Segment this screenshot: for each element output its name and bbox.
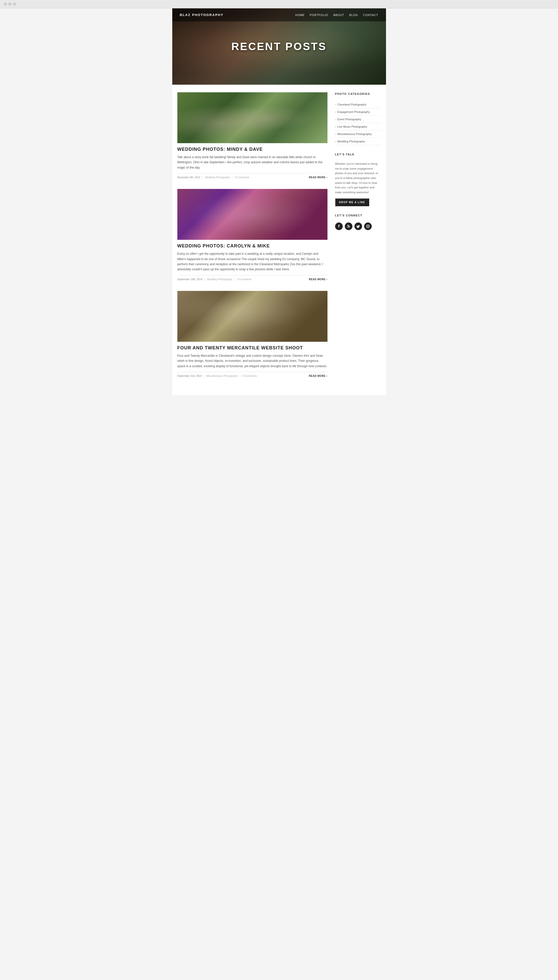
site-nav: HOME PORTFOLIO ABOUT BLOG CONTACT	[295, 13, 378, 16]
post-item-3: FOUR AND TWENTY MERCANTILE WEBSITE SHOOT…	[177, 291, 327, 377]
post-date-3: September 2nd, 2014	[177, 375, 202, 377]
post-date-1: November 6th, 2014	[177, 176, 200, 179]
post-excerpt-1: Talk about a story book fall wedding! Mi…	[177, 155, 327, 170]
nav-about[interactable]: ABOUT	[333, 13, 344, 16]
post-image-3	[177, 291, 327, 342]
read-more-2[interactable]: READ MORE	[309, 278, 327, 281]
category-label-3: Live Music Photography	[337, 125, 367, 128]
post-excerpt-3: Four and Twenty Mercantile is Cleveland'…	[177, 353, 327, 369]
category-label-2: Event Photography	[337, 118, 361, 121]
instagram-icon[interactable]	[364, 223, 372, 230]
post-meta-1: November 6th, 2014 | Wedding Photography…	[177, 173, 327, 179]
page-wrapper: BLAZ PHOTOGRAPHY HOME PORTFOLIO ABOUT BL…	[172, 8, 386, 395]
hero-section: BLAZ PHOTOGRAPHY HOME PORTFOLIO ABOUT BL…	[172, 8, 386, 85]
svg-point-0	[347, 227, 348, 227]
sidebar-item-event[interactable]: › Event Photography	[335, 116, 381, 123]
svg-point-3	[368, 225, 369, 226]
sidebar-lets-talk-text: Whether you're interested in hiring me t…	[335, 162, 381, 195]
post-comments-1: 0 Comments	[235, 176, 249, 179]
hero-title: RECENT POSTS	[231, 41, 327, 52]
chevron-icon-1: ›	[335, 111, 336, 113]
browser-dot-yellow	[8, 3, 11, 6]
content-area: WEDDING PHOTOS: MINDY & DAVE Talk about …	[172, 85, 386, 395]
social-icons	[335, 223, 381, 230]
post-excerpt-2: Every so often I get the opportunity to …	[177, 251, 327, 272]
browser-dot-red	[4, 3, 7, 6]
post-meta-2: September 15th, 2014 | Wedding Photograp…	[177, 275, 327, 281]
post-comments-2: 0 Comments	[237, 278, 251, 281]
post-meta-left-1: November 6th, 2014 | Wedding Photography…	[177, 176, 249, 179]
main-column: WEDDING PHOTOS: MINDY & DAVE Talk about …	[177, 92, 327, 388]
read-more-1[interactable]: READ MORE	[309, 176, 327, 179]
chevron-icon-2: ›	[335, 118, 336, 121]
post-title-3: FOUR AND TWENTY MERCANTILE WEBSITE SHOOT	[177, 345, 327, 351]
nav-portfolio[interactable]: PORTFOLIO	[310, 13, 328, 16]
sidebar-item-cleveland[interactable]: › Cleveland Photography	[335, 101, 381, 108]
sidebar: PHOTO CATEGORIES › Cleveland Photography…	[335, 92, 381, 388]
post-title-2: WEDDING PHOTOS: CAROLYN & MIKE	[177, 243, 327, 249]
sidebar-item-engagement[interactable]: › Engagement Photography	[335, 108, 381, 116]
nav-home[interactable]: HOME	[295, 13, 305, 16]
post-image-1	[177, 92, 327, 143]
sidebar-lets-connect-section: LET'S CONNECT	[335, 214, 381, 230]
category-label-4: Miscellaneous Photography	[337, 133, 372, 136]
svg-point-2	[367, 226, 368, 227]
post-category-2: Wedding Photography	[207, 278, 232, 281]
rss-icon[interactable]	[345, 223, 353, 230]
sidebar-categories-section: PHOTO CATEGORIES › Cleveland Photography…	[335, 92, 381, 145]
category-label-1: Engagement Photography	[337, 110, 370, 113]
chevron-icon-0: ›	[335, 103, 336, 106]
facebook-icon[interactable]	[335, 223, 343, 230]
post-meta-3: September 2nd, 2014 | Miscellaneous Phot…	[177, 372, 327, 377]
post-meta-left-2: September 15th, 2014 | Wedding Photograp…	[177, 278, 252, 281]
browser-dot-green	[13, 3, 16, 6]
post-category-3: Miscellaneous Photography	[206, 375, 238, 377]
post-meta-left-3: September 2nd, 2014 | Miscellaneous Phot…	[177, 375, 257, 377]
post-item-2: WEDDING PHOTOS: CAROLYN & MIKE Every so …	[177, 189, 327, 281]
post-date-2: September 15th, 2014	[177, 278, 202, 281]
chevron-icon-3: ›	[335, 125, 336, 128]
site-header: BLAZ PHOTOGRAPHY HOME PORTFOLIO ABOUT BL…	[172, 8, 386, 21]
sidebar-lets-talk-section: LET'S TALK Whether you're interested in …	[335, 153, 381, 206]
post-item-1: WEDDING PHOTOS: MINDY & DAVE Talk about …	[177, 92, 327, 179]
sidebar-lets-talk-title: LET'S TALK	[335, 153, 381, 158]
post-comments-3: 0 Comments	[243, 375, 257, 377]
sidebar-item-live-music[interactable]: › Live Music Photography	[335, 123, 381, 131]
browser-dots	[4, 3, 554, 8]
sidebar-item-wedding[interactable]: › Wedding Photography	[335, 138, 381, 145]
nav-contact[interactable]: CONTACT	[363, 13, 378, 16]
browser-chrome	[0, 0, 558, 8]
site-logo: BLAZ PHOTOGRAPHY	[180, 13, 224, 17]
read-more-3[interactable]: READ MORE	[309, 375, 327, 377]
category-label-0: Cleveland Photography	[337, 103, 366, 106]
sidebar-lets-connect-title: LET'S CONNECT	[335, 214, 381, 219]
twitter-icon[interactable]	[354, 223, 362, 230]
drop-me-a-line-button[interactable]: DROP ME A LINE	[335, 198, 369, 206]
chevron-icon-4: ›	[335, 133, 336, 136]
chevron-icon-5: ›	[335, 140, 336, 143]
post-title-1: WEDDING PHOTOS: MINDY & DAVE	[177, 147, 327, 152]
sidebar-categories-title: PHOTO CATEGORIES	[335, 92, 381, 97]
post-image-2	[177, 189, 327, 240]
nav-blog[interactable]: BLOG	[350, 13, 358, 16]
post-category-1: Wedding Photography	[205, 176, 230, 179]
sidebar-item-miscellaneous[interactable]: › Miscellaneous Photography	[335, 131, 381, 138]
category-label-5: Wedding Photography	[337, 140, 365, 143]
